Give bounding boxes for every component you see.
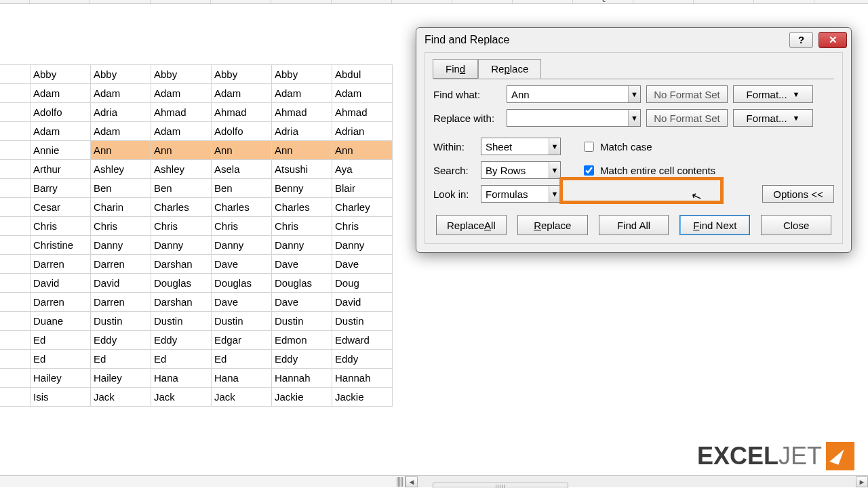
cell[interactable]: Duane bbox=[31, 312, 91, 331]
cell[interactable]: Darshan bbox=[151, 293, 212, 312]
replace-with-input[interactable] bbox=[507, 110, 628, 126]
cell[interactable] bbox=[0, 350, 31, 369]
cell[interactable]: Ahmad bbox=[332, 103, 393, 122]
cell[interactable]: Jack bbox=[151, 388, 212, 407]
horizontal-scrollbar[interactable]: ◄ ► bbox=[0, 475, 868, 487]
cell[interactable]: Danny bbox=[332, 236, 393, 255]
cell[interactable]: s bbox=[0, 217, 31, 236]
cell[interactable]: Adam bbox=[151, 122, 212, 141]
find-format-status[interactable]: No Format Set bbox=[646, 85, 728, 103]
column-header[interactable]: P bbox=[513, 0, 573, 3]
find-next-button[interactable]: Find Next bbox=[679, 215, 750, 235]
within-combo[interactable]: ▼ bbox=[481, 138, 561, 155]
scroll-left-button[interactable]: ◄ bbox=[406, 476, 418, 487]
cell[interactable]: Abby bbox=[31, 65, 91, 84]
cell[interactable]: Adam bbox=[91, 122, 151, 141]
cell[interactable]: Hana bbox=[212, 369, 272, 388]
match-case-option[interactable]: Match case bbox=[581, 140, 652, 154]
cell[interactable]: Ed bbox=[151, 350, 212, 369]
replace-with-combo[interactable]: ▼ bbox=[507, 109, 641, 127]
cell[interactable]: Darren bbox=[31, 255, 91, 274]
chevron-down-icon[interactable]: ▼ bbox=[628, 110, 640, 126]
cell[interactable]: Edmon bbox=[272, 331, 332, 350]
cell[interactable]: Benny bbox=[272, 179, 332, 198]
spreadsheet-grid[interactable]: AbbyAbbyAbbyAbbyAbbyAbdulmAdamAdamAdamAd… bbox=[0, 64, 393, 407]
cell[interactable]: Ed bbox=[91, 350, 151, 369]
cell[interactable]: Jack bbox=[212, 388, 272, 407]
cell[interactable]: Ben bbox=[151, 179, 212, 198]
cell[interactable]: Dave bbox=[332, 255, 393, 274]
cell[interactable]: Adria bbox=[272, 122, 332, 141]
cell[interactable]: Dustin bbox=[91, 312, 151, 331]
close-x-button[interactable]: ✕ bbox=[818, 32, 847, 48]
cell[interactable]: Dave bbox=[212, 255, 272, 274]
cell[interactable]: Hana bbox=[151, 369, 212, 388]
cell[interactable]: Doug bbox=[332, 274, 393, 293]
cell[interactable]: Adam bbox=[151, 84, 212, 103]
cell[interactable]: Isis bbox=[31, 388, 91, 407]
help-button[interactable]: ? bbox=[789, 32, 813, 48]
cell[interactable]: Eddy bbox=[272, 350, 332, 369]
cell[interactable]: Adam bbox=[332, 84, 393, 103]
cell[interactable]: Darren bbox=[31, 293, 91, 312]
column-header[interactable]: H bbox=[30, 0, 90, 3]
cell[interactable]: Dustin bbox=[212, 312, 272, 331]
find-format-button[interactable]: Format...▼ bbox=[733, 85, 813, 103]
cell[interactable]: Ashley bbox=[91, 160, 151, 179]
column-header[interactable]: N bbox=[392, 0, 452, 3]
column-header[interactable]: S bbox=[694, 0, 754, 3]
cell[interactable]: Ben bbox=[212, 179, 272, 198]
cell[interactable]: Chris bbox=[212, 217, 272, 236]
chevron-down-icon[interactable]: ▼ bbox=[549, 186, 560, 202]
column-header[interactable]: M bbox=[332, 0, 392, 3]
cell[interactable]: m bbox=[0, 103, 31, 122]
cell[interactable]: Danny bbox=[272, 236, 332, 255]
cell[interactable]: Abby bbox=[272, 65, 332, 84]
cell[interactable]: d bbox=[0, 274, 31, 293]
find-all-button[interactable]: Find All bbox=[599, 215, 669, 235]
cell[interactable]: Abdul bbox=[332, 65, 393, 84]
cell[interactable]: Adam bbox=[31, 84, 91, 103]
cell[interactable]: David bbox=[332, 293, 393, 312]
cell[interactable]: Adam bbox=[212, 84, 272, 103]
chevron-down-icon[interactable]: ▼ bbox=[549, 138, 560, 155]
cell[interactable]: Dustin bbox=[272, 312, 332, 331]
cell[interactable]: Ben bbox=[91, 179, 151, 198]
cell[interactable]: Hannah bbox=[272, 369, 332, 388]
cell[interactable]: Hailey bbox=[31, 369, 91, 388]
cell[interactable]: Ed bbox=[31, 331, 91, 350]
cell[interactable]: Ann bbox=[272, 141, 332, 160]
match-entire-option[interactable]: Match entire cell contents bbox=[581, 163, 715, 178]
chevron-down-icon[interactable]: ▼ bbox=[628, 86, 640, 102]
cell[interactable]: Christine bbox=[31, 236, 91, 255]
cell[interactable]: Barry bbox=[31, 179, 91, 198]
cell[interactable]: Dustin bbox=[151, 312, 212, 331]
cell[interactable]: Jackie bbox=[272, 388, 332, 407]
cell[interactable]: Annie bbox=[31, 141, 91, 160]
cell[interactable]: Ann bbox=[212, 141, 272, 160]
cell[interactable]: ur bbox=[0, 160, 31, 179]
scroll-thumb[interactable] bbox=[433, 483, 568, 489]
cell[interactable]: David bbox=[31, 274, 91, 293]
column-header[interactable]: L bbox=[271, 0, 332, 3]
cell[interactable]: Darren bbox=[91, 293, 151, 312]
cell[interactable]: y bbox=[0, 179, 31, 198]
column-header[interactable]: J bbox=[151, 0, 211, 3]
column-header[interactable]: O bbox=[452, 0, 513, 3]
cell[interactable]: en bbox=[0, 293, 31, 312]
cell[interactable]: Dustin bbox=[332, 312, 393, 331]
cell[interactable]: Abby bbox=[151, 65, 212, 84]
cell[interactable]: Danny bbox=[91, 236, 151, 255]
cell[interactable]: Chris bbox=[91, 217, 151, 236]
find-what-input[interactable] bbox=[507, 86, 628, 102]
tab-find[interactable]: Find bbox=[433, 59, 478, 79]
cell[interactable]: Asela bbox=[212, 160, 272, 179]
cell[interactable]: Chris bbox=[272, 217, 332, 236]
cell[interactable]: Douglas bbox=[212, 274, 272, 293]
cell[interactable]: Ed bbox=[212, 350, 272, 369]
column-header[interactable]: K bbox=[211, 0, 271, 3]
cell[interactable]: Arthur bbox=[31, 160, 91, 179]
cell[interactable]: m bbox=[0, 84, 31, 103]
scroll-right-button[interactable]: ► bbox=[856, 476, 868, 487]
cell[interactable]: Ed bbox=[31, 350, 91, 369]
